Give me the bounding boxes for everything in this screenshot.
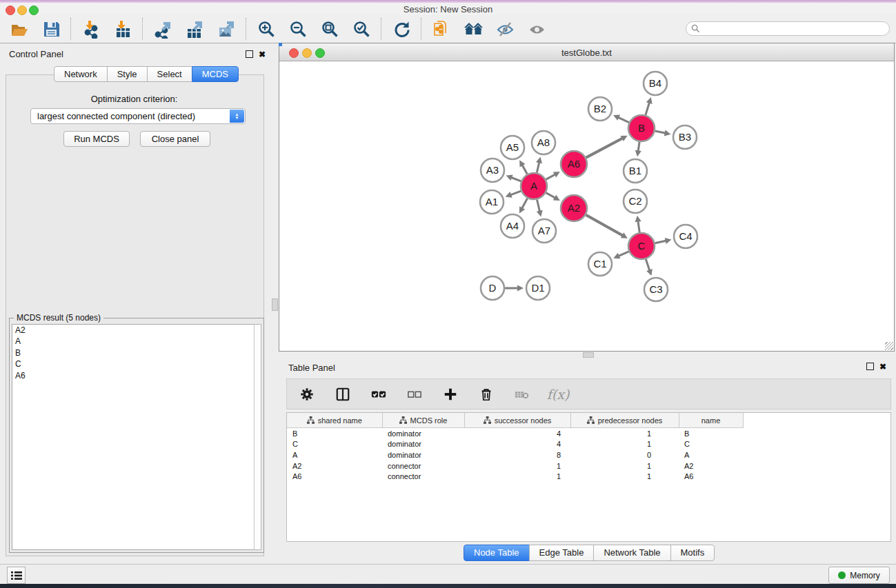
show-details-icon[interactable] [526, 19, 547, 39]
tab-motifs[interactable]: Motifs [670, 545, 715, 561]
cell-name[interactable]: B [679, 428, 743, 439]
table-row[interactable]: Adominator80A [287, 449, 891, 460]
zoom-out-icon[interactable] [288, 19, 308, 39]
import-network-icon[interactable] [81, 19, 101, 39]
graph-edge-A-A2[interactable] [546, 193, 560, 201]
graph-edge-C-C3[interactable] [646, 259, 653, 276]
graph-node-B2[interactable]: B2 [588, 97, 612, 121]
graph-node-B4[interactable]: B4 [644, 72, 667, 95]
graph-edge-A-A8[interactable] [536, 156, 542, 172]
tab-select[interactable]: Select [147, 66, 192, 82]
run-mcds-button[interactable]: Run MCDS [63, 131, 130, 147]
tab-node-table[interactable]: Node Table [464, 545, 530, 561]
tab-mcds[interactable]: MCDS [192, 66, 239, 82]
float-panel-icon[interactable] [246, 50, 253, 58]
result-item[interactable]: A2 [12, 325, 255, 336]
cell-MCDS-role[interactable]: connector [382, 471, 464, 482]
tab-network-table[interactable]: Network Table [593, 545, 670, 561]
vertical-splitter-handle[interactable] [272, 298, 278, 311]
export-table-icon[interactable] [184, 19, 205, 39]
graph-edge-A-A4[interactable] [519, 199, 528, 214]
cell-predecessor-nodes[interactable]: 1 [570, 439, 679, 450]
graph-edge-B-B4[interactable] [646, 97, 653, 115]
zoom-in-icon[interactable] [256, 19, 277, 39]
cell-MCDS-role[interactable]: dominator [382, 428, 464, 439]
graph-edge-A6-B[interactable] [586, 136, 628, 158]
column-header-predecessor-nodes[interactable]: predecessor nodes [570, 413, 679, 428]
graph-edge-C-C1[interactable] [613, 252, 628, 258]
graph-edge-A-A6[interactable] [546, 172, 560, 179]
graph-node-B1[interactable]: B1 [624, 159, 647, 183]
cell-predecessor-nodes[interactable]: 1 [570, 460, 679, 472]
cell-name[interactable]: A2 [679, 460, 743, 472]
close-panel-button[interactable]: Close panel [140, 131, 210, 147]
float-table-panel-icon[interactable] [866, 363, 874, 370]
cell-shared-name[interactable]: A [287, 449, 382, 460]
network-canvas[interactable]: AA1A2A3A4A5A6A7A8BB1B2B3B4CC1C2C3C4DD1 [280, 61, 893, 351]
refresh-icon[interactable] [391, 19, 412, 39]
close-table-panel-icon[interactable]: ✖ [879, 363, 886, 370]
result-item[interactable]: C [12, 358, 255, 369]
graph-node-A8[interactable]: A8 [532, 131, 555, 154]
zoom-fit-icon[interactable] [319, 19, 340, 39]
import-table-icon[interactable] [112, 19, 133, 39]
save-icon[interactable] [41, 19, 61, 39]
network-window-titlebar[interactable]: testGlobe.txt [279, 43, 894, 61]
cell-name[interactable]: A6 [679, 471, 743, 482]
home-icon[interactable] [463, 19, 484, 39]
network-graph[interactable]: AA1A2A3A4A5A6A7A8BB1B2B3B4CC1C2C3C4DD1 [280, 61, 893, 351]
graph-edge-C-C4[interactable] [655, 238, 672, 244]
mcds-result-list[interactable]: A2ABCA6 [12, 324, 256, 550]
cell-predecessor-nodes[interactable]: 0 [570, 449, 679, 460]
cell-predecessor-nodes[interactable]: 1 [570, 428, 679, 439]
graph-edge-A-A1[interactable] [506, 191, 521, 198]
graph-edge-C-C2[interactable] [635, 216, 641, 232]
column-header-successor-nodes[interactable]: successor nodes [464, 413, 570, 428]
task-history-button[interactable] [7, 567, 26, 584]
graph-node-A6[interactable]: A6 [561, 151, 587, 177]
result-item[interactable]: A [12, 336, 255, 347]
cell-shared-name[interactable]: C [287, 439, 382, 450]
delete-icon[interactable] [476, 384, 497, 405]
column-header-MCDS-role[interactable]: MCDS role [382, 413, 464, 428]
graph-node-A4[interactable]: A4 [501, 214, 524, 238]
graph-node-D[interactable]: D [481, 276, 504, 300]
open-icon[interactable] [9, 19, 30, 39]
cell-MCDS-role[interactable]: connector [382, 460, 464, 472]
cell-MCDS-role[interactable]: dominator [382, 439, 464, 450]
graph-node-A2[interactable]: A2 [561, 195, 587, 221]
export-image-icon[interactable] [216, 19, 237, 39]
search-box[interactable] [686, 21, 890, 36]
cell-successor-nodes[interactable]: 4 [464, 439, 570, 450]
graph-node-A[interactable]: A [521, 173, 547, 199]
graph-edge-A-A3[interactable] [506, 174, 521, 181]
network-from-file-icon[interactable] [431, 19, 452, 39]
search-input[interactable] [703, 23, 878, 34]
tab-edge-table[interactable]: Edge Table [529, 545, 595, 561]
graph-node-C4[interactable]: C4 [674, 225, 697, 248]
result-item[interactable]: A6 [12, 370, 255, 381]
column-header-name[interactable]: name [679, 413, 743, 428]
deselect-all-icon[interactable] [404, 384, 425, 405]
graph-edge-B-B2[interactable] [613, 115, 629, 123]
graph-node-C[interactable]: C [628, 233, 655, 259]
hide-details-icon[interactable] [495, 19, 515, 39]
cell-successor-nodes[interactable]: 4 [464, 428, 570, 439]
table-row[interactable]: A2connector11A2 [287, 460, 891, 472]
graph-node-A3[interactable]: A3 [481, 159, 504, 182]
graph-node-C1[interactable]: C1 [588, 252, 612, 276]
graph-node-B3[interactable]: B3 [673, 125, 697, 149]
criterion-dropdown[interactable]: largest connected component (directed) ▲… [30, 108, 246, 124]
columns-icon[interactable] [332, 384, 353, 405]
cell-successor-nodes[interactable]: 1 [464, 460, 570, 472]
graph-node-A7[interactable]: A7 [532, 219, 556, 243]
graph-edge-B-B3[interactable] [655, 130, 671, 136]
tab-network[interactable]: Network [54, 66, 108, 82]
select-all-icon[interactable] [368, 384, 389, 405]
cell-predecessor-nodes[interactable]: 1 [570, 471, 679, 482]
graph-node-C3[interactable]: C3 [644, 278, 668, 301]
window-resize-grip[interactable] [885, 342, 893, 350]
result-scrollbar[interactable] [254, 324, 261, 550]
cell-shared-name[interactable]: A6 [287, 471, 382, 482]
graph-edge-B-B1[interactable] [635, 142, 641, 156]
